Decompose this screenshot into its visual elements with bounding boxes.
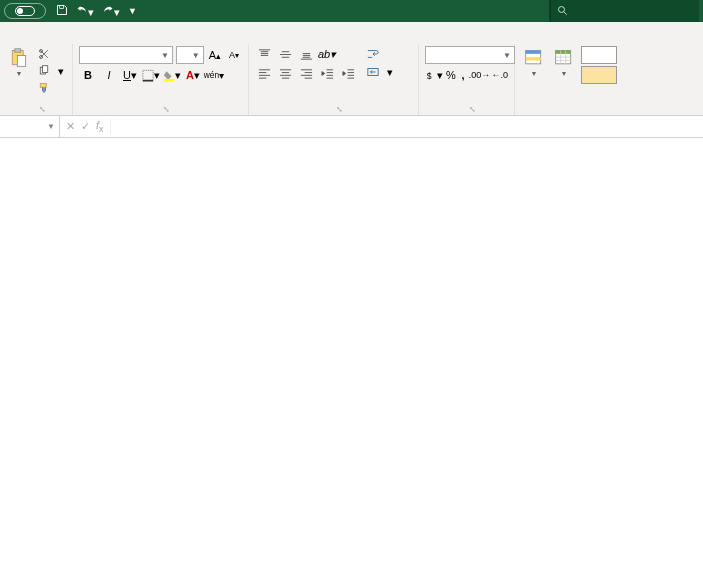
align-bottom-icon[interactable] (297, 46, 315, 62)
bold-icon[interactable]: B (79, 67, 97, 83)
italic-icon[interactable]: I (100, 67, 118, 83)
fill-color-icon[interactable]: ▾ (163, 67, 181, 83)
redo-icon[interactable]: ▾ (102, 4, 120, 19)
svg-rect-16 (526, 57, 541, 60)
svg-rect-18 (556, 51, 571, 54)
number-format-combo[interactable]: ▼ (425, 46, 515, 64)
underline-icon[interactable]: U▾ (121, 67, 139, 83)
svg-text:$: $ (427, 70, 432, 80)
merge-icon (367, 66, 379, 78)
decrease-font-icon[interactable]: A▾ (226, 47, 242, 63)
cut-button[interactable] (36, 46, 66, 62)
svg-rect-4 (17, 56, 25, 67)
cancel-icon[interactable]: ✕ (66, 120, 75, 133)
quick-access-toolbar: ▾ ▾ ▼ (56, 4, 137, 19)
save-icon[interactable] (56, 4, 68, 18)
group-alignment: ab▾ ▾ ⤡ (249, 44, 419, 115)
dialog-launcher-icon[interactable]: ⤡ (336, 105, 343, 114)
dialog-launcher-icon[interactable]: ⤡ (163, 105, 170, 114)
qat-dropdown-icon[interactable]: ▼ (128, 6, 137, 16)
paste-icon (9, 48, 29, 68)
search-icon (557, 5, 569, 17)
svg-rect-15 (526, 51, 541, 54)
search-box[interactable] (549, 0, 699, 22)
wrap-icon (367, 48, 379, 60)
formula-bar: ▼ ✕ ✓ fx (0, 116, 703, 138)
increase-indent-icon[interactable] (339, 65, 357, 81)
fx-icon[interactable]: fx (96, 119, 104, 134)
titlebar: ▾ ▾ ▼ (0, 0, 703, 22)
align-center-icon[interactable] (276, 65, 294, 81)
border-icon[interactable]: ▾ (142, 67, 160, 83)
format-painter-button[interactable] (36, 80, 66, 96)
svg-rect-11 (164, 78, 174, 81)
scissors-icon (38, 48, 50, 60)
conditional-format-button[interactable]: ▼ (521, 46, 547, 79)
wrap-text-button[interactable] (365, 46, 395, 62)
group-number: ▼ $▾ % , .00→ ←.0 ⤡ (419, 44, 515, 115)
table-format-button[interactable]: ▼ (551, 46, 577, 79)
align-left-icon[interactable] (255, 65, 273, 81)
svg-rect-9 (40, 84, 46, 88)
paste-button[interactable]: ▼ (6, 46, 32, 79)
comma-icon[interactable]: , (459, 67, 468, 83)
group-font: ▼ ▼ A▴ A▾ B I U▾ ▾ ▾ A▾ wén▾ ⤡ (73, 44, 249, 115)
accounting-format-icon[interactable]: $▾ (425, 67, 443, 83)
increase-decimal-icon[interactable]: .00→ (470, 67, 488, 83)
decrease-indent-icon[interactable] (318, 65, 336, 81)
table-format-icon (554, 48, 574, 68)
name-box[interactable]: ▼ (0, 116, 60, 138)
dialog-launcher-icon[interactable]: ⤡ (39, 105, 46, 114)
merge-center-button[interactable]: ▾ (365, 64, 395, 80)
enter-icon[interactable]: ✓ (81, 120, 90, 133)
increase-font-icon[interactable]: A▴ (207, 47, 223, 63)
cell-style-normal[interactable] (581, 46, 617, 64)
align-top-icon[interactable] (255, 46, 273, 62)
svg-rect-8 (43, 66, 48, 73)
font-color-icon[interactable]: A▾ (184, 67, 202, 83)
svg-point-1 (559, 7, 565, 13)
copy-icon (38, 65, 50, 77)
decrease-decimal-icon[interactable]: ←.0 (491, 67, 508, 83)
align-right-icon[interactable] (297, 65, 315, 81)
percent-icon[interactable]: % (446, 67, 456, 83)
group-styles: ▼ ▼ (515, 44, 703, 115)
svg-rect-3 (15, 49, 21, 52)
font-size-combo[interactable]: ▼ (176, 46, 204, 64)
brush-icon (38, 82, 50, 94)
group-clipboard: ▼ ▾ ⤡ (0, 44, 73, 115)
cell-style-calc[interactable] (581, 66, 617, 84)
toggle-switch-icon (15, 6, 35, 16)
autosave-toggle[interactable] (4, 3, 46, 19)
phonetic-icon[interactable]: wén▾ (205, 67, 223, 83)
ribbon: ▼ ▾ ⤡ ▼ ▼ A▴ A▾ B I U▾ ▾ ▾ A (0, 44, 703, 116)
dialog-launcher-icon[interactable]: ⤡ (469, 105, 476, 114)
copy-button[interactable]: ▾ (36, 63, 66, 79)
svg-rect-10 (143, 70, 153, 80)
undo-icon[interactable]: ▾ (76, 4, 94, 19)
conditional-format-icon (524, 48, 544, 68)
font-name-combo[interactable]: ▼ (79, 46, 173, 64)
align-middle-icon[interactable] (276, 46, 294, 62)
orientation-icon[interactable]: ab▾ (318, 46, 336, 62)
chevron-down-icon: ▼ (16, 70, 23, 77)
ribbon-tabs (0, 22, 703, 44)
